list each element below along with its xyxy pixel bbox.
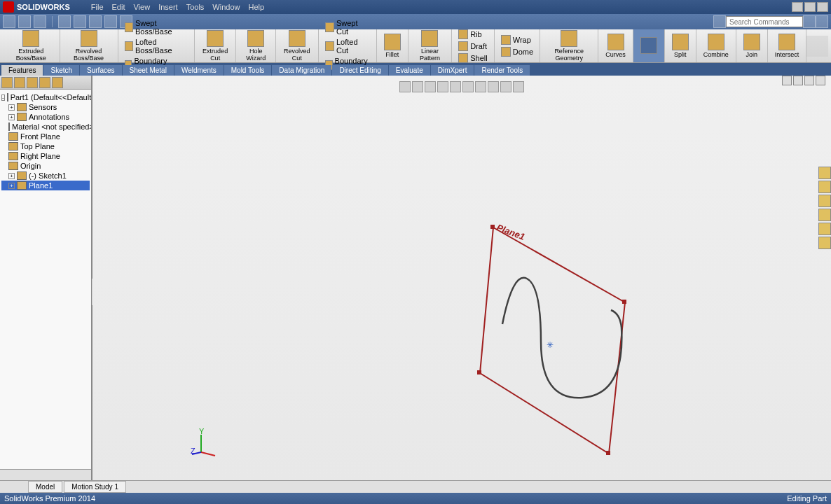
rebuild-icon[interactable]: [104, 15, 117, 28]
linear-pattern-button[interactable]: Linear Pattern: [413, 29, 448, 64]
tree-tab-config-icon[interactable]: [27, 77, 38, 88]
tree-slider[interactable]: [0, 469, 91, 480]
split-button[interactable]: Split: [669, 32, 692, 60]
hide-show-icon[interactable]: [475, 81, 486, 92]
menu-tools[interactable]: Tools: [186, 3, 205, 11]
tab-model[interactable]: Model: [28, 481, 62, 493]
search-dropdown-icon[interactable]: [803, 15, 816, 28]
apply-scene-icon[interactable]: [500, 81, 511, 92]
tab-weldments[interactable]: Weldments: [174, 65, 224, 76]
maximize-button[interactable]: [804, 2, 816, 12]
tree-material[interactable]: Material <not specified>: [1, 122, 90, 132]
plane-corner-handle[interactable]: [606, 451, 610, 455]
zoom-fit-icon[interactable]: [399, 81, 411, 92]
swept-boss-button[interactable]: Swept Boss/Base: [123, 18, 190, 36]
tab-features[interactable]: Features: [1, 65, 43, 76]
vp-restore-icon[interactable]: [793, 76, 803, 85]
tab-render-tools[interactable]: Render Tools: [474, 65, 530, 76]
view-orientation-icon[interactable]: [450, 81, 461, 92]
tab-mold-tools[interactable]: Mold Tools: [224, 65, 272, 76]
redo-icon[interactable]: [89, 15, 102, 28]
draft-button[interactable]: Draft: [456, 41, 489, 52]
extruded-cut-button[interactable]: Extruded Cut: [199, 29, 231, 64]
collapse-icon[interactable]: -: [1, 94, 5, 101]
taskpane-view-palette-icon[interactable]: [818, 209, 831, 221]
wrap-button[interactable]: Wrap: [499, 34, 535, 46]
tree-plane1[interactable]: +Plane1: [1, 181, 90, 190]
lofted-cut-button[interactable]: Lofted Cut: [323, 37, 372, 55]
tree-origin[interactable]: Origin: [1, 161, 90, 171]
hole-wizard-button[interactable]: Hole Wizard: [240, 29, 271, 64]
reference-geometry-button[interactable]: Reference Geometry: [544, 29, 593, 64]
save-icon[interactable]: [34, 15, 46, 28]
undo-icon[interactable]: [74, 15, 86, 28]
shell-button[interactable]: Shell: [456, 52, 489, 64]
model-canvas[interactable]: [92, 76, 303, 181]
zoom-area-icon[interactable]: [412, 81, 423, 92]
tree-tab-property-icon[interactable]: [14, 77, 25, 88]
print-icon[interactable]: [58, 15, 71, 28]
curves-button[interactable]: Curves: [603, 32, 629, 60]
fillet-button[interactable]: Fillet: [381, 32, 404, 60]
menu-window[interactable]: Window: [212, 3, 240, 11]
help-icon[interactable]: [816, 15, 828, 28]
tab-motion-study[interactable]: Motion Study 1: [64, 481, 126, 493]
join-button[interactable]: Join: [741, 32, 763, 60]
tree-tab-feature-icon[interactable]: [1, 77, 13, 88]
vp-maximize-icon[interactable]: [804, 76, 814, 85]
view-settings-icon[interactable]: [513, 81, 524, 92]
tree-tab-display-icon[interactable]: [52, 77, 63, 88]
tree-tab-dimxpert-icon[interactable]: [39, 77, 50, 88]
menu-edit[interactable]: Edit: [112, 3, 125, 11]
search-input[interactable]: [726, 16, 803, 27]
new-icon[interactable]: [3, 15, 15, 28]
edit-appearance-icon[interactable]: [488, 81, 499, 92]
swept-cut-button[interactable]: Swept Cut: [323, 18, 372, 36]
revolved-boss-button[interactable]: Revolved Boss/Base: [64, 29, 114, 64]
previous-view-icon[interactable]: [425, 81, 436, 92]
expand-icon[interactable]: +: [8, 183, 15, 189]
taskpane-appearances-icon[interactable]: [818, 223, 831, 235]
tab-sketch[interactable]: Sketch: [43, 65, 79, 76]
expand-icon[interactable]: +: [8, 104, 15, 111]
tab-surfaces[interactable]: Surfaces: [80, 65, 121, 76]
taskpane-resources-icon[interactable]: [818, 167, 831, 179]
menu-help[interactable]: Help: [248, 3, 264, 11]
extruded-boss-button[interactable]: Extruded Boss/Base: [7, 29, 55, 64]
open-icon[interactable]: [18, 15, 31, 28]
vp-close-icon[interactable]: [816, 76, 825, 85]
tree-top-plane[interactable]: Top Plane: [1, 141, 90, 151]
tab-sheet-metal[interactable]: Sheet Metal: [123, 65, 174, 76]
expand-icon[interactable]: +: [8, 173, 15, 179]
tab-dimxpert[interactable]: DimXpert: [431, 65, 474, 76]
graphics-viewport[interactable]: Plane1 ✳ Y Z: [92, 76, 831, 480]
taskpane-custom-props-icon[interactable]: [818, 237, 831, 249]
plane-corner-handle[interactable]: [622, 300, 626, 304]
tree-right-plane[interactable]: Right Plane: [1, 151, 90, 161]
tree-sketch1[interactable]: +(-) Sketch1: [1, 171, 90, 181]
dome-button[interactable]: Dome: [499, 46, 535, 57]
tab-direct-editing[interactable]: Direct Editing: [332, 65, 387, 76]
tree-front-plane[interactable]: Front Plane: [1, 132, 90, 141]
tab-data-migration[interactable]: Data Migration: [272, 65, 331, 76]
minimize-button[interactable]: [792, 2, 803, 12]
section-view-icon[interactable]: [437, 81, 448, 92]
menu-file[interactable]: File: [91, 3, 104, 11]
taskpane-design-library-icon[interactable]: [818, 181, 831, 193]
close-button[interactable]: [817, 2, 828, 12]
tree-sensors[interactable]: +Sensors: [1, 102, 90, 112]
revolved-cut-button[interactable]: Revolved Cut: [280, 29, 314, 64]
plane-corner-handle[interactable]: [477, 370, 481, 374]
orientation-triad[interactable]: Y Z: [191, 431, 219, 459]
taskpane-file-explorer-icon[interactable]: [818, 195, 831, 207]
vp-minimize-icon[interactable]: [782, 76, 792, 85]
menu-insert[interactable]: Insert: [158, 3, 178, 11]
lofted-boss-button[interactable]: Lofted Boss/Base: [123, 37, 190, 55]
plane-corner-handle[interactable]: [490, 225, 495, 229]
intersect-button[interactable]: Intersect: [772, 32, 802, 60]
rib-button[interactable]: Rib: [456, 29, 489, 40]
sketch1-curve[interactable]: [502, 278, 621, 398]
menu-view[interactable]: View: [133, 3, 150, 11]
display-style-icon[interactable]: [462, 81, 474, 92]
tree-root[interactable]: -Part1 (Default<<Default>_Dis: [1, 92, 90, 102]
